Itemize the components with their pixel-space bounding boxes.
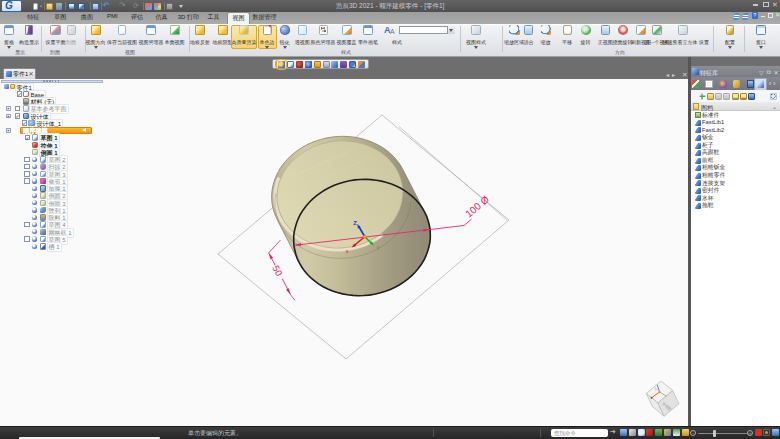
svg-text:x: x xyxy=(346,248,349,254)
svg-text:Y: Y xyxy=(376,245,380,251)
svg-text:Z: Z xyxy=(353,220,357,226)
